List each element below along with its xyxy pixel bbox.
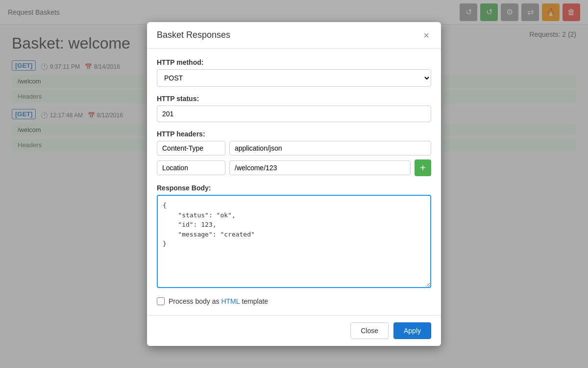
http-status-group: HTTP status: — [157, 95, 431, 122]
response-body-label: Response Body: — [157, 184, 431, 192]
close-button[interactable]: Close — [350, 322, 389, 339]
http-method-select[interactable]: POST GET PUT DELETE PATCH HEAD OPTIONS — [157, 69, 431, 87]
response-body-group: Response Body: { "status": "ok", "id": 1… — [157, 184, 431, 289]
modal-body: HTTP method: POST GET PUT DELETE PATCH H… — [147, 49, 441, 315]
http-method-label: HTTP method: — [157, 58, 431, 66]
http-headers-label: HTTP headers: — [157, 130, 431, 138]
header-key-2[interactable] — [157, 160, 225, 175]
http-status-input[interactable] — [157, 105, 431, 122]
http-headers-group: HTTP headers: + — [157, 130, 431, 176]
modal-footer: Close Apply — [147, 315, 441, 346]
basket-responses-modal: Basket Responses × HTTP method: POST GET… — [147, 22, 441, 346]
html-text: HTML — [221, 297, 240, 305]
plus-icon: + — [420, 162, 426, 174]
process-body-text-suffix: template — [240, 297, 269, 305]
http-method-group: HTTP method: POST GET PUT DELETE PATCH H… — [157, 58, 431, 87]
apply-button[interactable]: Apply — [393, 322, 431, 339]
http-status-label: HTTP status: — [157, 95, 431, 103]
add-header-button[interactable]: + — [415, 159, 431, 176]
header-value-1[interactable] — [229, 141, 431, 156]
modal-close-button[interactable]: × — [421, 30, 431, 40]
modal-header: Basket Responses × — [147, 22, 441, 49]
header-value-2[interactable] — [229, 160, 411, 175]
process-body-row: Process body as HTML template — [157, 297, 431, 305]
process-body-text-prefix: Process body as — [169, 297, 221, 305]
process-body-checkbox[interactable] — [157, 297, 165, 305]
modal-overlay: Basket Responses × HTTP method: POST GET… — [0, 0, 588, 368]
response-body-textarea[interactable]: { "status": "ok", "id": 123, "message": … — [157, 195, 431, 288]
header-row-1 — [157, 141, 431, 156]
process-body-label[interactable]: Process body as HTML template — [169, 297, 268, 305]
header-key-1[interactable] — [157, 141, 225, 156]
modal-title: Basket Responses — [157, 30, 230, 40]
header-row-2: + — [157, 159, 431, 176]
